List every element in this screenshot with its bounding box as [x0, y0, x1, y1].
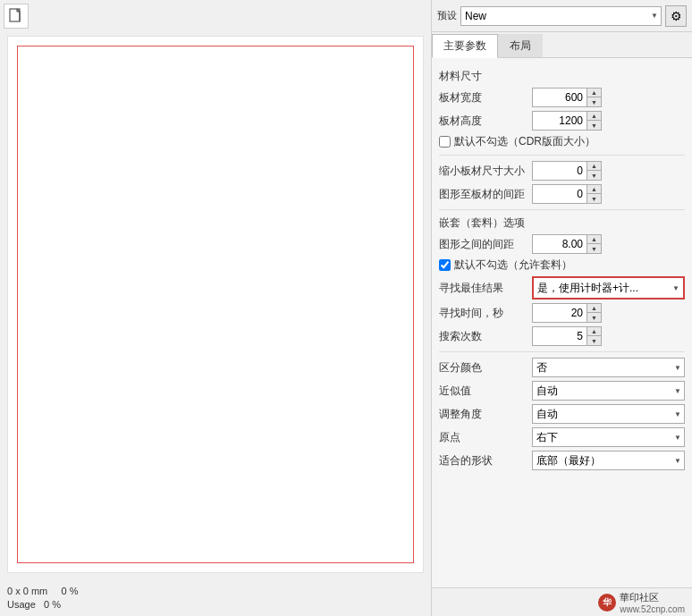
- material-size-title: 材料尺寸: [439, 69, 685, 84]
- search-count-spinner-btns: ▲ ▼: [587, 327, 601, 345]
- gap-up[interactable]: ▲: [587, 185, 601, 194]
- tab-main-label: 主要参数: [443, 39, 486, 52]
- board-width-down[interactable]: ▼: [587, 97, 601, 106]
- origin-select[interactable]: 右下: [532, 427, 685, 447]
- document-icon: [8, 8, 24, 24]
- gap-spinner: ▲ ▼: [532, 184, 602, 204]
- time-row: 寻找时间，秒 ▲ ▼: [439, 303, 685, 323]
- gap-down[interactable]: ▼: [587, 194, 601, 203]
- spacing-up[interactable]: ▲: [587, 235, 601, 244]
- board-height-spinner-btns: ▲ ▼: [587, 112, 601, 130]
- gap-label: 图形至板材的间距: [439, 187, 528, 202]
- find-best-row: 寻找最佳结果 是，使用计时器+计...: [439, 276, 685, 300]
- shrink-row: 缩小板材尺寸大小 ▲ ▼: [439, 161, 685, 181]
- board-width-up[interactable]: ▲: [587, 89, 601, 97]
- time-spinner: ▲ ▼: [532, 303, 602, 323]
- adjust-angle-select-wrap: 自动: [532, 404, 685, 424]
- toolbar-icon-1[interactable]: [4, 4, 29, 29]
- time-up[interactable]: ▲: [587, 304, 601, 313]
- shrink-spinner-btns: ▲ ▼: [587, 162, 601, 180]
- board-width-spinner: ▲ ▼: [532, 88, 602, 107]
- origin-label: 原点: [439, 430, 528, 445]
- watermark-logo: 华 華印社区 www.52cnp.com: [598, 591, 685, 614]
- right-panel: 预设 New ⚙ 主要参数 布局 材料尺寸 板材宽度 ▲ ▼: [431, 0, 692, 616]
- shrink-input[interactable]: [533, 162, 587, 180]
- allow-nesting-checkbox[interactable]: [439, 259, 451, 271]
- status-bar: 0 x 0 mm 0 % Usage 0 %: [0, 580, 431, 616]
- color-diff-select[interactable]: 否 是: [532, 358, 685, 377]
- adjust-angle-label: 调整角度: [439, 407, 528, 422]
- adjust-angle-row: 调整角度 自动: [439, 404, 685, 424]
- shrink-up[interactable]: ▲: [587, 162, 601, 171]
- spacing-spinner-btns: ▲ ▼: [587, 235, 601, 253]
- board-width-row: 板材宽度 ▲ ▼: [439, 88, 685, 107]
- time-down[interactable]: ▼: [587, 313, 601, 322]
- left-panel: 0 x 0 mm 0 % Usage 0 %: [0, 0, 431, 616]
- board-height-label: 板材高度: [439, 114, 528, 129]
- default-cdr-row: 默认不勾选（CDR版面大小）: [439, 134, 685, 149]
- board-height-up[interactable]: ▲: [587, 112, 601, 121]
- find-best-select-wrap: 是，使用计时器+计...: [532, 276, 685, 300]
- search-count-down[interactable]: ▼: [587, 336, 601, 345]
- gap-input[interactable]: [533, 185, 587, 203]
- time-label: 寻找时间，秒: [439, 306, 528, 321]
- shrink-down[interactable]: ▼: [587, 171, 601, 180]
- adjust-angle-select[interactable]: 自动: [532, 404, 685, 424]
- fit-shape-select[interactable]: 底部（最好）: [532, 451, 685, 470]
- gap-row: 图形至板材的间距 ▲ ▼: [439, 184, 685, 204]
- time-input[interactable]: [533, 304, 587, 322]
- spacing-input[interactable]: [533, 235, 587, 253]
- gear-button[interactable]: ⚙: [665, 5, 687, 27]
- watermark-name: 華印社区: [620, 591, 685, 604]
- shrink-label: 缩小板材尺寸大小: [439, 164, 528, 179]
- divider-2: [439, 209, 685, 210]
- board-width-label: 板材宽度: [439, 90, 528, 105]
- default-cdr-checkbox[interactable]: [439, 136, 451, 148]
- search-count-spinner: ▲ ▼: [532, 326, 602, 346]
- search-count-input[interactable]: [533, 327, 587, 345]
- tab-main-params[interactable]: 主要参数: [432, 34, 498, 58]
- search-count-up[interactable]: ▲: [587, 327, 601, 336]
- tabs-row: 主要参数 布局: [432, 32, 692, 58]
- preset-label: 预设: [437, 9, 457, 22]
- spacing-row: 图形之间的间距 ▲ ▼: [439, 234, 685, 254]
- preset-row: 预设 New ⚙: [432, 0, 692, 32]
- watermark: 华 華印社区 www.52cnp.com: [432, 587, 692, 616]
- board-width-spinner-btns: ▲ ▼: [587, 89, 601, 106]
- approx-row: 近似值 自动: [439, 381, 685, 401]
- fit-shape-select-wrap: 底部（最好）: [532, 451, 685, 470]
- watermark-icon: 华: [598, 594, 616, 612]
- approx-select[interactable]: 自动: [532, 381, 685, 401]
- board-height-spinner: ▲ ▼: [532, 111, 602, 131]
- spacing-label: 图形之间的间距: [439, 237, 528, 252]
- tab-layout[interactable]: 布局: [498, 34, 543, 57]
- find-best-select[interactable]: 是，使用计时器+计...: [534, 278, 683, 298]
- shrink-spinner: ▲ ▼: [532, 161, 602, 181]
- canvas-area: [7, 36, 424, 573]
- color-diff-label: 区分颜色: [439, 360, 528, 376]
- board-width-input[interactable]: [533, 89, 587, 106]
- allow-nesting-label: 默认不勾选（允许套料）: [454, 257, 572, 273]
- origin-select-wrap: 右下: [532, 427, 685, 447]
- watermark-info: 華印社区 www.52cnp.com: [620, 591, 685, 614]
- color-diff-select-wrap: 否 是: [532, 358, 685, 377]
- canvas-inner: [17, 46, 414, 563]
- find-best-label: 寻找最佳结果: [439, 281, 528, 296]
- preset-select[interactable]: New: [460, 6, 662, 26]
- board-height-down[interactable]: ▼: [587, 121, 601, 130]
- board-height-input[interactable]: [533, 112, 587, 130]
- divider-3: [439, 351, 685, 352]
- search-count-label: 搜索次数: [439, 329, 528, 344]
- color-diff-row: 区分颜色 否 是: [439, 358, 685, 377]
- gap-spinner-btns: ▲ ▼: [587, 185, 601, 203]
- fit-shape-row: 适合的形状 底部（最好）: [439, 451, 685, 470]
- nesting-title: 嵌套（套料）选项: [439, 215, 685, 231]
- board-height-row: 板材高度 ▲ ▼: [439, 111, 685, 131]
- divider-1: [439, 155, 685, 156]
- approx-select-wrap: 自动: [532, 381, 685, 401]
- origin-row: 原点 右下: [439, 427, 685, 447]
- spacing-down[interactable]: ▼: [587, 244, 601, 253]
- content-area: 材料尺寸 板材宽度 ▲ ▼ 板材高度 ▲ ▼ 默认: [432, 58, 692, 587]
- preset-select-wrap: New: [460, 6, 662, 26]
- allow-nesting-row: 默认不勾选（允许套料）: [439, 257, 685, 273]
